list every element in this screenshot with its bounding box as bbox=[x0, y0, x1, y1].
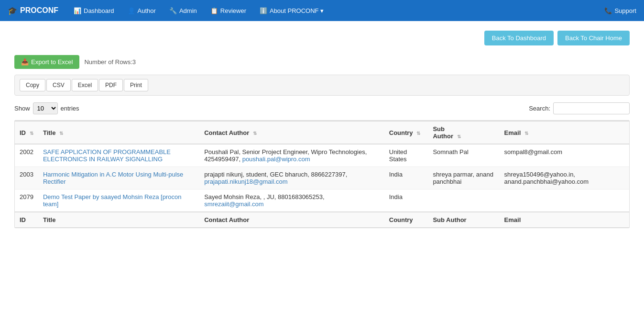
col-sub-author-footer: Sub Author bbox=[428, 212, 499, 228]
table-row: 2003Harmonic Mitigation in A.C Motor Usi… bbox=[15, 167, 629, 189]
export-to-excel-button[interactable]: 📥 Export to Excel bbox=[14, 55, 79, 69]
title-link[interactable]: Demo Test Paper by saayed Mohsin Reza [p… bbox=[43, 193, 182, 208]
contact-author-cell: Sayed Mohsin Reza, , JU, 8801683065253, … bbox=[199, 189, 384, 212]
nav-admin[interactable]: 🔧 Admin bbox=[164, 4, 203, 17]
nav-dashboard[interactable]: 📊 Dashboard bbox=[68, 4, 120, 17]
col-country-footer: Country bbox=[384, 212, 428, 228]
nav-admin-label: Admin bbox=[179, 7, 197, 14]
top-buttons: Back To Dashboard Back To Chair Home bbox=[14, 31, 630, 45]
col-contact-author-header[interactable]: Contact Author ⇅ bbox=[199, 121, 384, 144]
nav-reviewer[interactable]: 📋 Reviewer bbox=[205, 4, 252, 17]
id-cell: 2079 bbox=[15, 189, 38, 212]
id-cell: 2003 bbox=[15, 167, 38, 189]
sub-author-cell bbox=[428, 189, 499, 212]
table-row: 2079Demo Test Paper by saayed Mohsin Rez… bbox=[15, 189, 629, 212]
email-cell bbox=[500, 189, 629, 212]
contact-email-link[interactable]: prajapati.nikunj18@gmail.com bbox=[204, 178, 287, 185]
brand-name: PROCONF bbox=[20, 6, 58, 15]
data-table-container: ID ⇅ Title ⇅ Contact Author ⇅ Country ⇅ … bbox=[14, 120, 630, 228]
title-link[interactable]: Harmonic Mitigation in A.C Motor Using M… bbox=[43, 171, 183, 185]
admin-icon: 🔧 bbox=[169, 7, 177, 14]
table-header-row: ID ⇅ Title ⇅ Contact Author ⇅ Country ⇅ … bbox=[15, 121, 629, 144]
email-cell: sompal8@gmail.com bbox=[500, 144, 629, 167]
sort-icon-id: ⇅ bbox=[30, 131, 33, 136]
title-cell: Harmonic Mitigation in A.C Motor Using M… bbox=[38, 167, 199, 189]
support-label: Support bbox=[614, 7, 636, 14]
export-bar: 📥 Export to Excel Number of Rows:3 bbox=[14, 55, 630, 69]
country-cell: India bbox=[384, 167, 428, 189]
data-table: ID ⇅ Title ⇅ Contact Author ⇅ Country ⇅ … bbox=[15, 121, 629, 228]
country-cell: India bbox=[384, 189, 428, 212]
sort-icon-email: ⇅ bbox=[524, 131, 528, 136]
nav-about[interactable]: ℹ️ About PROCONF ▾ bbox=[254, 4, 329, 17]
table-row: 2002SAFE APPLICATION OF PROGRAMMEABLE EL… bbox=[15, 144, 629, 167]
search-label: Search: bbox=[529, 105, 550, 112]
contact-author-cell: Poushali Pal, Senior Project Engineer, W… bbox=[199, 144, 384, 167]
col-email-footer: Email bbox=[500, 212, 629, 228]
brand[interactable]: 🎓 PROCONF bbox=[8, 6, 58, 15]
excel-button[interactable]: Excel bbox=[72, 79, 98, 91]
title-cell: Demo Test Paper by saayed Mohsin Reza [p… bbox=[38, 189, 199, 212]
id-cell: 2002 bbox=[15, 144, 38, 167]
country-cell: United States bbox=[384, 144, 428, 167]
show-label: Show bbox=[14, 105, 30, 112]
search-bar: Search: bbox=[529, 102, 630, 114]
show-entries: Show 10 25 50 100 entries bbox=[14, 102, 79, 114]
nav-author-label: Author bbox=[138, 7, 156, 14]
nav-about-label: About PROCONF ▾ bbox=[270, 7, 324, 14]
table-footer-row: ID Title Contact Author Country Sub Auth… bbox=[15, 212, 629, 228]
csv-button[interactable]: CSV bbox=[46, 79, 71, 91]
about-icon: ℹ️ bbox=[260, 7, 267, 14]
col-email-header[interactable]: Email ⇅ bbox=[500, 121, 629, 144]
table-controls: Show 10 25 50 100 entries Search: bbox=[14, 102, 630, 114]
nav-dashboard-label: Dashboard bbox=[84, 7, 114, 14]
reviewer-icon: 📋 bbox=[210, 7, 218, 14]
col-id-header[interactable]: ID ⇅ bbox=[15, 121, 38, 144]
sub-author-cell: Somnath Pal bbox=[428, 144, 499, 167]
col-id-footer: ID bbox=[15, 212, 38, 228]
back-to-chair-home-button[interactable]: Back To Chair Home bbox=[557, 31, 630, 45]
nav-author[interactable]: 👤 Author bbox=[122, 4, 162, 17]
entries-label: entries bbox=[61, 105, 79, 112]
copy-button[interactable]: Copy bbox=[20, 79, 45, 91]
sort-icon-country: ⇅ bbox=[416, 131, 420, 136]
support-link[interactable]: 📞 Support bbox=[604, 7, 636, 14]
title-cell: SAFE APPLICATION OF PROGRAMMEABLE ELECTR… bbox=[38, 144, 199, 167]
datatable-buttons: Copy CSV Excel PDF Print bbox=[14, 75, 630, 96]
nav-links: 📊 Dashboard 👤 Author 🔧 Admin 📋 Reviewer … bbox=[68, 4, 604, 17]
rows-info: Number of Rows:3 bbox=[84, 58, 136, 66]
sub-author-cell: shreya parmar, anand panchbhai bbox=[428, 167, 499, 189]
search-input[interactable] bbox=[553, 102, 630, 114]
sort-icon-title: ⇅ bbox=[59, 131, 63, 136]
print-button[interactable]: Print bbox=[124, 79, 148, 91]
back-to-dashboard-button[interactable]: Back To Dashboard bbox=[484, 31, 554, 45]
support-icon: 📞 bbox=[604, 7, 612, 14]
nav-reviewer-label: Reviewer bbox=[220, 7, 246, 14]
entries-select[interactable]: 10 25 50 100 bbox=[33, 102, 58, 114]
pdf-button[interactable]: PDF bbox=[99, 79, 123, 91]
sort-icon-contact: ⇅ bbox=[253, 131, 257, 136]
content: Back To Dashboard Back To Chair Home 📥 E… bbox=[0, 21, 644, 238]
contact-email-link[interactable]: poushali.pal@wipro.com bbox=[242, 156, 310, 163]
author-icon: 👤 bbox=[128, 7, 135, 14]
col-title-footer: Title bbox=[38, 212, 199, 228]
col-sub-author-header[interactable]: SubAuthor ⇅ bbox=[428, 121, 499, 144]
export-label: Export to Excel bbox=[31, 58, 73, 66]
contact-author-cell: prajapti nikunj, student, GEC bharuch, 8… bbox=[199, 167, 384, 189]
email-cell: shreya150496@yahoo.in, anand.panchbhai@y… bbox=[500, 167, 629, 189]
col-country-header[interactable]: Country ⇅ bbox=[384, 121, 428, 144]
title-link[interactable]: SAFE APPLICATION OF PROGRAMMEABLE ELECTR… bbox=[43, 148, 171, 163]
navbar: 🎓 PROCONF 📊 Dashboard 👤 Author 🔧 Admin 📋… bbox=[0, 0, 644, 21]
dashboard-icon: 📊 bbox=[74, 7, 81, 14]
col-title-header[interactable]: Title ⇅ bbox=[38, 121, 199, 144]
col-contact-author-footer: Contact Author bbox=[199, 212, 384, 228]
brand-logo: 🎓 bbox=[8, 6, 17, 15]
contact-email-link[interactable]: smrezaiit@gmail.com bbox=[204, 200, 263, 208]
sort-icon-sub: ⇅ bbox=[457, 134, 461, 139]
table-body: 2002SAFE APPLICATION OF PROGRAMMEABLE EL… bbox=[15, 144, 629, 212]
excel-icon: 📥 bbox=[21, 58, 29, 66]
